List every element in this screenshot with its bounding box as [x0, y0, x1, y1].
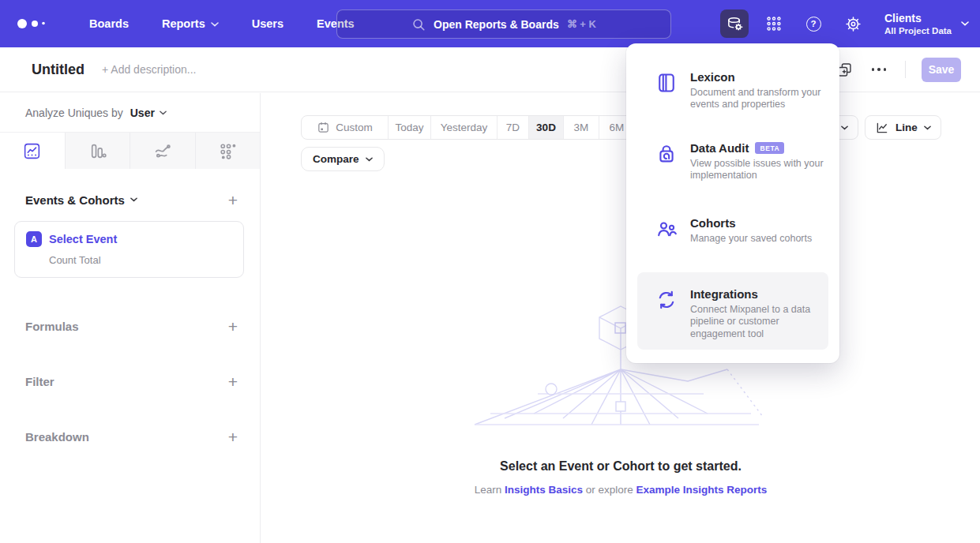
chart-type-tabs: [0, 132, 260, 169]
event-letter-badge: A: [26, 231, 42, 247]
menu-item-lexicon[interactable]: Lexicon Document and transform your even…: [637, 70, 828, 111]
report-title[interactable]: Untitled: [32, 62, 84, 78]
chevron-down-icon: [366, 157, 373, 162]
menu-item-cohorts[interactable]: Cohorts Manage your saved cohorts: [637, 216, 828, 245]
formulas-label: Formulas: [25, 320, 79, 333]
mixpanel-logo-icon[interactable]: [16, 15, 52, 32]
analyze-row: Analyze Uniques by User: [0, 93, 260, 132]
tab-flows[interactable]: [130, 133, 196, 169]
chart-type-dropdown[interactable]: Line: [865, 115, 941, 140]
add-filter-button[interactable]: +: [228, 373, 238, 390]
date-range-picker: Custom Today Yesterday 7D 30D 3M 6M: [301, 115, 635, 140]
tab-bar-chart[interactable]: [66, 133, 131, 169]
range-today[interactable]: Today: [389, 116, 431, 139]
gear-icon: [844, 15, 862, 33]
analyze-by-dropdown[interactable]: User: [130, 107, 167, 119]
filter-label: Filter: [25, 375, 54, 388]
event-measurement[interactable]: Count Total: [49, 254, 232, 266]
header-divider: [905, 61, 906, 78]
tab-insights[interactable]: [0, 133, 66, 169]
data-management-button[interactable]: [720, 9, 749, 38]
integrations-sync-icon: [655, 289, 678, 311]
select-event-button[interactable]: Select Event: [49, 233, 117, 245]
empty-state-title: Select an Event or Cohort to get started…: [261, 459, 980, 474]
add-event-button[interactable]: +: [228, 192, 238, 208]
chevron-down-icon: [924, 125, 931, 130]
breakdown-section: Breakdown +: [0, 409, 260, 464]
database-gear-icon: [726, 15, 744, 33]
more-options-button[interactable]: [869, 65, 890, 74]
search-shortcut: ⌘ + K: [567, 18, 596, 30]
org-name: Clients: [884, 12, 952, 26]
nav-item-users[interactable]: Users: [252, 17, 283, 30]
retention-dots-icon: [218, 141, 238, 161]
formulas-section: Formulas +: [0, 298, 260, 354]
add-formula-button[interactable]: +: [228, 318, 238, 335]
project-name: All Project Data: [884, 26, 952, 36]
calendar-icon: [317, 121, 330, 134]
chevron-down-icon: [160, 110, 167, 115]
insights-chart-icon: [22, 141, 42, 161]
mixpanel-insights-app: Boards Reports Users Events Open Reports…: [0, 0, 980, 543]
cohorts-users-icon: [655, 218, 678, 240]
search-icon: [411, 17, 426, 32]
beta-badge: BETA: [755, 142, 784, 154]
project-switcher[interactable]: Clients All Project Data: [884, 12, 969, 36]
breakdown-label: Breakdown: [25, 430, 89, 444]
nine-dot-grid-icon: [765, 15, 783, 32]
nav-item-boards[interactable]: Boards: [89, 17, 129, 30]
save-button[interactable]: Save: [922, 58, 961, 82]
chevron-down-icon: [211, 22, 219, 27]
chevron-down-icon: [841, 125, 848, 130]
menu-item-integrations[interactable]: Integrations Connect Mixpanel to a data …: [637, 287, 828, 340]
tab-retention[interactable]: [196, 133, 261, 169]
event-card[interactable]: A Select Event Count Total: [14, 221, 244, 278]
nav-right-cluster: ? Clients All Project Data: [720, 0, 969, 47]
top-nav: Boards Reports Users Events Open Reports…: [0, 0, 980, 47]
range-7d[interactable]: 7D: [498, 116, 529, 139]
insights-basics-link[interactable]: Insights Basics: [505, 484, 583, 496]
flows-icon: [152, 141, 172, 161]
help-button[interactable]: ?: [799, 9, 828, 38]
filter-section: Filter +: [0, 354, 260, 409]
menu-item-data-audit[interactable]: Data Audit BETA View possible issues wit…: [637, 141, 828, 182]
example-reports-link[interactable]: Example Insights Reports: [636, 484, 768, 496]
settings-button[interactable]: [839, 9, 867, 38]
data-audit-icon: [655, 143, 678, 165]
chart-area: Custom Today Yesterday 7D 30D 3M 6M Comp…: [261, 93, 980, 543]
compare-dropdown[interactable]: Compare: [301, 147, 385, 171]
empty-state-links: Learn Insights Basics or explore Example…: [261, 484, 980, 496]
question-circle-icon: ?: [806, 17, 821, 32]
events-section-header: Events & Cohorts +: [0, 188, 260, 212]
add-description-field[interactable]: + Add description...: [102, 63, 196, 76]
lexicon-book-icon: [655, 72, 678, 94]
bar-chart-icon: [88, 141, 107, 161]
analyze-prefix: Analyze Uniques by: [25, 107, 123, 119]
add-breakdown-button[interactable]: +: [228, 429, 238, 445]
line-chart-icon: [875, 121, 889, 135]
range-custom[interactable]: Custom: [302, 116, 389, 139]
range-30d[interactable]: 30D: [529, 116, 564, 139]
data-management-menu: Lexicon Document and transform your even…: [626, 43, 839, 363]
global-search-input[interactable]: Open Reports & Boards ⌘ + K: [336, 9, 671, 39]
query-builder-sidebar: Analyze Uniques by User: [0, 93, 261, 543]
search-placeholder: Open Reports & Boards: [434, 18, 559, 31]
events-cohorts-toggle[interactable]: Events & Cohorts: [25, 193, 137, 207]
chevron-down-icon: [130, 197, 137, 202]
range-3m[interactable]: 3M: [564, 116, 599, 139]
range-yesterday[interactable]: Yesterday: [431, 116, 498, 139]
chevron-down-icon: [961, 21, 969, 26]
nav-item-reports[interactable]: Reports: [162, 17, 219, 30]
apps-grid-button[interactable]: [760, 9, 788, 38]
